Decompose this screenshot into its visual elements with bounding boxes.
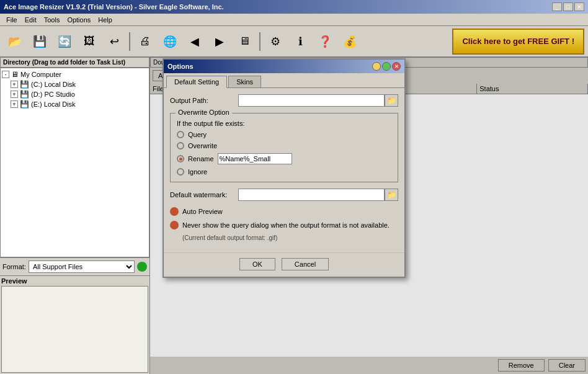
radio-query-label: Query [188, 131, 207, 138]
auto-preview-row: Auto Preview [170, 207, 398, 216]
print-button[interactable]: 🖨 [134, 30, 156, 53]
format-label: Format: [2, 263, 26, 270]
menu-tools[interactable]: Tools [40, 15, 64, 25]
dialog-minimize-button[interactable] [372, 62, 381, 71]
menu-bar: File Edit Tools Options Help [0, 14, 588, 26]
disk-c-icon: 💾 [20, 80, 29, 89]
rename-input[interactable] [218, 153, 292, 164]
rotate-button[interactable]: ↩ [103, 30, 125, 53]
tab-skins[interactable]: Skins [228, 76, 261, 87]
e-expander[interactable]: + [11, 100, 18, 108]
tree-label-e: (E:) Local Disk [31, 100, 76, 108]
globe-button[interactable]: 🌐 [159, 30, 181, 53]
toolbar-separator-1 [129, 32, 130, 51]
radio-rename-label: Rename [188, 155, 214, 163]
toolbar-separator-2 [259, 32, 261, 51]
no-query-row: Never show the query dialog when the out… [170, 221, 398, 229]
d-expander[interactable]: + [11, 91, 18, 98]
tab-default-setting[interactable]: Default Setting [166, 76, 227, 88]
cancel-button[interactable]: Cancel [282, 258, 329, 270]
left-panel: Directory (Drag to add folder to Task Li… [0, 57, 150, 374]
svg-point-1 [172, 223, 177, 228]
dialog-close-button[interactable]: ✕ [392, 62, 401, 71]
radio-query-row: Query [177, 131, 391, 138]
tree-child-d: + 💾 (D:) PC Studio [2, 89, 148, 99]
tree-item-e[interactable]: + 💾 (E:) Local Disk [11, 99, 148, 109]
ok-button[interactable]: OK [239, 258, 275, 270]
no-query-label[interactable]: Never show the query dialog when the out… [182, 221, 390, 229]
radio-overwrite[interactable] [177, 142, 184, 149]
tree-item-c[interactable]: + 💾 (C:) Local Disk [11, 79, 148, 89]
options-titlebar: Options ✕ [164, 60, 404, 73]
watermark-label: Default watermark: [170, 191, 238, 198]
refresh-button[interactable]: 🔄 [53, 30, 76, 53]
main-area: Directory (Drag to add folder to Task Li… [0, 57, 588, 374]
options-body: Output Path: 📁 Overwrite Option If the o… [164, 88, 404, 252]
arrow-right-button[interactable]: ▶ [208, 30, 231, 53]
computer-icon: 🖥 [11, 70, 19, 79]
gear-button[interactable]: ⚙ [264, 30, 287, 53]
format-select[interactable]: All Support Files [29, 260, 135, 273]
output-path-browse-button[interactable]: 📁 [385, 94, 398, 107]
preview-box [1, 286, 148, 373]
info-button[interactable]: ℹ [289, 30, 311, 53]
tree-root[interactable]: - 🖥 My Computer [2, 69, 148, 79]
options-footer: OK Cancel [164, 252, 404, 277]
preview-label: Preview [1, 277, 148, 285]
radio-rename[interactable] [177, 155, 184, 163]
tree-root-label: My Computer [20, 71, 61, 78]
minimize-button[interactable]: _ [552, 2, 562, 11]
tree-label-d: (D:) PC Studio [31, 91, 75, 98]
format-status-indicator [137, 262, 147, 272]
current-format-note: (Current default output format: .gif) [182, 234, 398, 241]
menu-file[interactable]: File [2, 15, 21, 25]
radio-ignore-label: Ignore [188, 168, 207, 176]
root-expander[interactable]: - [2, 71, 9, 78]
radio-overwrite-label: Overwrite [188, 142, 217, 149]
no-query-checkbox-icon [170, 221, 179, 229]
tree-label-c: (C:) Local Disk [31, 81, 76, 88]
c-expander[interactable]: + [11, 81, 18, 88]
disk-d-icon: 💾 [20, 90, 29, 99]
menu-edit[interactable]: Edit [21, 15, 40, 25]
app-title: Ace Image Resizer V1.9.2 (Trial Version)… [4, 3, 224, 11]
radio-rename-row: Rename [177, 153, 391, 164]
arrow-left-button[interactable]: ◀ [184, 30, 206, 53]
coin-button[interactable]: 💰 [339, 30, 361, 53]
auto-preview-checkbox-icon [170, 207, 179, 216]
overwrite-option-group: Overwrite Option If the output file exis… [170, 113, 398, 182]
format-bar: Format: All Support Files [0, 257, 149, 275]
close-button[interactable]: ✕ [574, 2, 584, 11]
watermark-input[interactable] [238, 189, 385, 201]
toolbar: 📂 💾 🔄 🖼 ↩ 🖨 🌐 ◀ ▶ 🖥 ⚙ ℹ ❓ 💰 Click here t… [0, 26, 588, 57]
tree-item-d[interactable]: + 💾 (D:) PC Studio [11, 89, 148, 99]
auto-preview-label[interactable]: Auto Preview [182, 208, 223, 215]
output-path-label: Output Path: [170, 97, 238, 104]
image-button[interactable]: 🖼 [78, 30, 100, 53]
disk-e-icon: 💾 [20, 100, 29, 109]
directory-header: Directory (Drag to add folder to Task Li… [0, 57, 149, 68]
radio-ignore[interactable] [177, 168, 184, 176]
radio-ignore-row: Ignore [177, 168, 391, 176]
options-tabs: Default Setting Skins [164, 73, 404, 88]
title-bar: Ace Image Resizer V1.9.2 (Trial Version)… [0, 0, 588, 14]
open-button[interactable]: 📂 [4, 30, 26, 53]
monitor-button[interactable]: 🖥 [233, 30, 256, 53]
radio-query[interactable] [177, 131, 184, 138]
menu-help[interactable]: Help [94, 15, 116, 25]
menu-options[interactable]: Options [63, 15, 94, 25]
output-path-row: Output Path: 📁 [170, 94, 398, 107]
watermark-browse-button[interactable]: 📁 [385, 189, 398, 201]
dialog-maximize-button[interactable] [382, 62, 391, 71]
help-button[interactable]: ❓ [314, 30, 336, 53]
tree-view: - 🖥 My Computer + 💾 (C:) Local Disk + 💾 … [0, 68, 149, 257]
output-path-input[interactable] [238, 94, 385, 107]
overwrite-legend: Overwrite Option [176, 109, 232, 116]
options-dialog-title: Options [167, 63, 194, 70]
tree-child-c: + 💾 (C:) Local Disk [2, 79, 148, 89]
free-gift-button[interactable]: Click here to get FREE GIFT ! [452, 29, 584, 55]
save-button[interactable]: 💾 [29, 30, 51, 53]
maximize-button[interactable]: □ [563, 2, 573, 11]
tree-child-e: + 💾 (E:) Local Disk [2, 99, 148, 109]
options-dialog: Options ✕ Default Setting Skins Output P… [163, 58, 406, 278]
